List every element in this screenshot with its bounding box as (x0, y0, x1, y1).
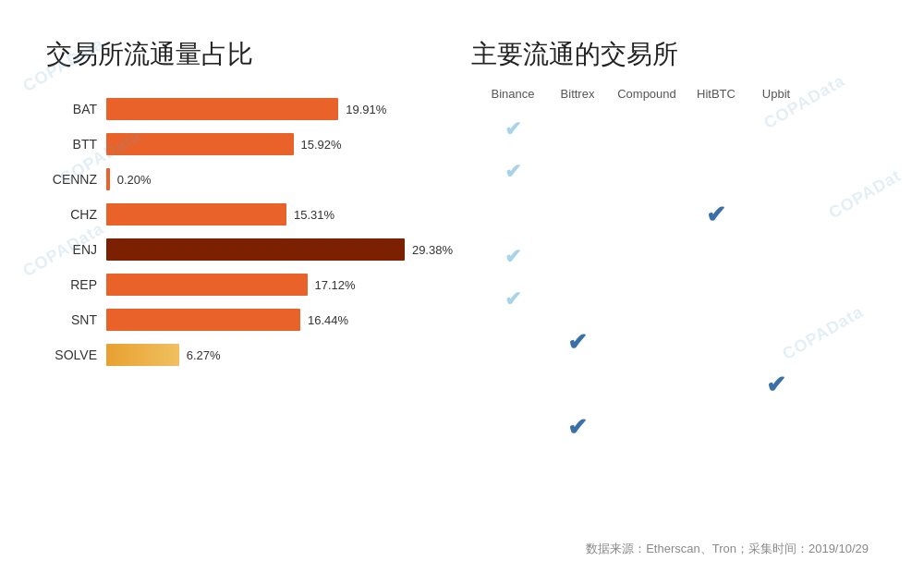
cell-rep-bittrex: ✔ (545, 328, 610, 357)
table-row: ✔ (471, 236, 878, 278)
bar-track: 0.20% (106, 168, 453, 190)
col-bittrex: Bittrex (545, 81, 610, 106)
bar-value: 6.27% (187, 348, 221, 362)
bar-track: 15.31% (106, 203, 453, 225)
check-icon: ✔ (505, 160, 521, 184)
cell-solve-bittrex: ✔ (545, 413, 610, 442)
check-icon: ✔ (505, 117, 521, 141)
bar-track: 16.44% (106, 309, 453, 331)
table-row: ✔ (471, 406, 878, 448)
list-item: CHZ 15.31% (46, 203, 453, 225)
list-item: BAT 19.91% (46, 98, 453, 120)
left-title: 交易所流通量占比 (46, 37, 453, 72)
cell-snt-upbit: ✔ (748, 371, 804, 399)
table-row: ✔ (471, 108, 878, 151)
list-item: SOLVE 6.27% (46, 344, 453, 366)
bar-label: CENNZ (46, 172, 97, 187)
check-icon: ✔ (567, 413, 588, 442)
bar-label: BTT (46, 137, 97, 152)
bar-fill (106, 98, 338, 120)
footer-note: 数据来源：Etherscan、Tron；采集时间：2019/10/29 (471, 541, 878, 557)
bar-fill (106, 133, 294, 155)
bar-value: 19.91% (346, 103, 386, 116)
bar-track: 29.38% (106, 238, 453, 261)
cell-enj-binance: ✔ (480, 287, 545, 311)
table-row: ✔ (471, 278, 878, 321)
bar-fill (106, 274, 308, 296)
exchange-table: Binance Bittrex Compound HitBTC Upbit ✔ (471, 81, 878, 526)
bar-fill (106, 168, 110, 190)
bar-value: 17.12% (315, 278, 356, 292)
bar-label: ENJ (46, 242, 97, 257)
bar-track: 6.27% (106, 344, 453, 366)
col-hitbtc: HitBTC (684, 81, 748, 106)
bar-fill (106, 238, 405, 261)
bar-label: BAT (46, 102, 97, 116)
bar-label: CHZ (46, 207, 97, 222)
bar-value: 15.92% (301, 138, 342, 152)
bar-fill (106, 203, 286, 225)
left-panel: 交易所流通量占比 BAT 19.91% BTT 15.92% CEN (46, 37, 453, 557)
bar-label: REP (46, 277, 97, 292)
bar-value: 0.20% (117, 173, 152, 187)
col-compound: Compound (610, 81, 684, 106)
bar-fill (106, 309, 300, 331)
main-container: COPAData COPAData COPAData COPAData COPA… (0, 0, 924, 585)
check-icon: ✔ (567, 328, 588, 357)
table-body: ✔ ✔ (471, 108, 878, 448)
cell-cennz-hitbtc: ✔ (684, 201, 748, 229)
bar-track: 17.12% (106, 274, 453, 296)
col-upbit: Upbit (748, 81, 804, 106)
list-item: SNT 16.44% (46, 309, 453, 331)
right-title: 主要流通的交易所 (471, 37, 878, 72)
check-icon: ✔ (706, 201, 726, 229)
table-row: ✔ (471, 151, 878, 193)
list-item: REP 17.12% (46, 274, 453, 296)
bar-label: SNT (46, 312, 97, 327)
table-row: ✔ (471, 363, 878, 406)
list-item: BTT 15.92% (46, 133, 453, 155)
list-item: CENNZ 0.20% (46, 168, 453, 190)
list-item: ENJ 29.38% (46, 238, 453, 261)
right-panel: 主要流通的交易所 Binance Bittrex Compound HitBTC… (453, 37, 878, 557)
cell-bat-binance: ✔ (480, 117, 545, 141)
bar-track: 19.91% (106, 98, 453, 120)
bar-value: 29.38% (412, 243, 453, 257)
check-icon: ✔ (505, 245, 521, 269)
table-row: ✔ (471, 193, 878, 236)
bar-chart: BAT 19.91% BTT 15.92% CENNZ 0.20 (46, 98, 453, 557)
bar-value: 16.44% (308, 313, 348, 327)
check-icon: ✔ (766, 371, 786, 399)
bar-value: 15.31% (294, 208, 334, 222)
bar-fill (106, 344, 179, 366)
cell-btt-binance: ✔ (480, 160, 545, 184)
bar-track: 15.92% (106, 133, 453, 155)
col-binance: Binance (480, 81, 545, 106)
cell-chz-binance: ✔ (480, 245, 545, 269)
bar-label: SOLVE (46, 347, 97, 362)
table-header: Binance Bittrex Compound HitBTC Upbit (471, 81, 878, 106)
check-icon: ✔ (505, 287, 521, 311)
table-row: ✔ (471, 321, 878, 363)
